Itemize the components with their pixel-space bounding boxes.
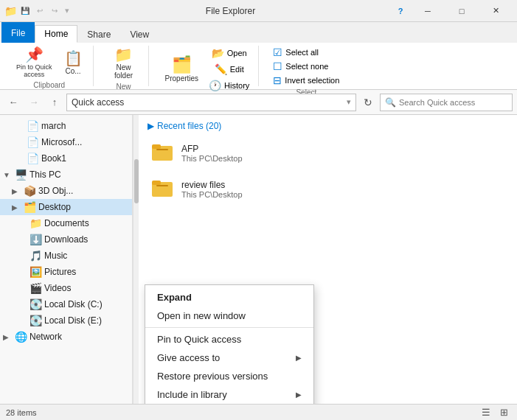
path-dropdown-icon[interactable]: ▾ [347,97,351,107]
maximize-button[interactable]: □ [445,0,479,22]
sidebar-item-this-pc[interactable]: ▼🖥️This PC [0,167,132,183]
context-menu: ExpandOpen in new windowPin to Quick acc… [145,284,314,404]
invert-selection-item[interactable]: ⊟ Invert selection [271,74,341,87]
sidebar-label-local-c: Local Disk (C:) [44,299,103,309]
folder-icon-network: 🌐 [15,331,27,343]
ctx-label-include-lib: Include in library [157,389,227,400]
sidebar-scrollbar[interactable] [133,115,139,404]
copy-button[interactable]: 📋 Co... [60,49,87,77]
title-bar-title: File Explorer [71,6,390,16]
tab-home[interactable]: Home [35,25,77,43]
up-button[interactable]: ↑ [46,94,63,111]
item-info-afp: AFPThis PC\Desktop [181,144,243,163]
sidebar-label-videos: Videos [44,283,71,293]
sidebar-item-videos[interactable]: 🎬Videos [0,280,132,296]
address-path[interactable]: Quick access ▾ [66,94,356,111]
close-button[interactable]: ✕ [479,0,513,22]
ctx-item-restore-prev[interactable]: Restore previous versions [145,367,313,385]
tab-share[interactable]: Share [77,25,120,43]
history-button[interactable]: 🕐 History [206,78,252,93]
folder-icon-documents: 📁 [30,217,41,229]
tab-view[interactable]: View [120,25,159,43]
sidebar-item-microsoft[interactable]: 📄Microsof... [0,134,132,150]
ctx-item-open-new-window[interactable]: Open in new window [145,307,313,325]
history-label: History [224,81,249,90]
svg-rect-5 [156,185,168,186]
svg-rect-1 [152,144,161,149]
sidebar-item-downloads[interactable]: ⬇️Downloads [0,231,132,248]
sidebar-item-pictures[interactable]: 🖼️Pictures [0,264,132,280]
sidebar-item-documents[interactable]: 📁Documents [0,215,132,231]
item-name-afp: AFP [181,144,243,154]
select-content: ☑ Select all ☐ Select none ⊟ Invert sele… [271,46,341,87]
title-bar-controls: ? ─ □ ✕ [390,0,513,22]
folder-icon-pictures: 🖼️ [30,266,41,278]
select-none-item[interactable]: ☐ Select none [271,60,341,73]
content-item-afp[interactable]: AFPThis PC\Desktop [148,136,508,170]
new-group-label: New [117,83,131,91]
back-button[interactable]: ← [4,94,22,111]
ctx-item-give-access[interactable]: Give access to▶ [145,349,313,367]
sidebar-label-local-e: Local Disk (E:) [44,315,102,326]
forward-button[interactable]: → [25,94,43,111]
status-bar: 28 items ☰ ⊞ [0,404,517,420]
folder-icon-march: 📄 [27,120,38,132]
sidebar-item-desktop[interactable]: ▶🗂️Desktop [0,199,132,215]
ribbon-group-clipboard: 📌 Pin to Quickaccess 📋 Co... Clipboard [6,46,94,86]
sidebar-wrapper: 📄march 📄Microsof... 📄Book1▼🖥️This PC▶📦3D… [0,115,139,404]
invert-label: Invert selection [285,76,339,85]
tab-file[interactable]: File [1,22,35,43]
address-bar: ← → ↑ Quick access ▾ ↻ 🔍 [0,90,517,115]
content-items-container: AFPThis PC\Desktopreview filesThis PC\De… [148,136,508,206]
arrow-icon-this-pc: ▼ [3,171,12,179]
sidebar-item-music[interactable]: 🎵Music [0,248,132,264]
title-bar: 📁 💾 ↩ ↪ ▾ File Explorer ? ─ □ ✕ [0,0,517,22]
minimize-button[interactable]: ─ [411,0,445,22]
content-item-review[interactable]: review filesThis PC\Desktop [148,172,508,206]
item-name-review: review files [181,180,243,190]
sidebar-label-march: march [41,121,66,131]
ctx-item-include-lib[interactable]: Include in library▶ [145,385,313,404]
recent-files-header[interactable]: ▶ Recent files (20) [148,121,508,131]
folder-icon-this-pc: 🖥️ [15,169,27,181]
sidebar-item-book1[interactable]: 📄Book1 [0,150,132,167]
sidebar-label-downloads: Downloads [44,234,88,245]
new-folder-button[interactable]: 📁 Newfolder [105,46,142,81]
history-icon: 🕐 [209,80,221,91]
open-button[interactable]: 📂 Open [206,46,252,60]
pin-icon: 📌 [25,47,44,62]
ribbon-group-select: ☑ Select all ☐ Select none ⊟ Invert sele… [265,46,347,86]
folder-icon-desktop: 🗂️ [24,201,35,213]
pin-quick-access-button[interactable]: 📌 Pin to Quickaccess [12,46,57,80]
invert-icon: ⊟ [273,74,282,86]
sidebar-item-local-c[interactable]: 💽Local Disk (C:) [0,296,132,312]
folder-icon-downloads: ⬇️ [30,234,41,245]
copy-label: Co... [65,67,80,75]
help-button[interactable]: ? [390,0,411,22]
sidebar-label-book1: Book1 [41,153,66,164]
folder-icon-local-e: 💽 [30,315,41,326]
recent-arrow-icon: ▶ [148,121,154,131]
properties-icon: 🗂️ [172,57,192,73]
refresh-button[interactable]: ↻ [359,94,377,111]
sidebar-item-network[interactable]: ▶🌐Network [0,329,132,345]
select-all-item[interactable]: ☑ Select all [271,46,341,59]
sidebar-label-desktop: Desktop [38,202,71,212]
ctx-item-pin-quick[interactable]: Pin to Quick access [145,330,313,349]
arrow-icon-desktop: ▶ [12,203,21,211]
folder-icon-3d-objects: 📦 [24,185,35,197]
search-input[interactable] [399,98,507,107]
ctx-item-expand[interactable]: Expand [145,288,313,307]
list-view-button[interactable]: ☰ [479,406,493,419]
title-bar-icons: 📁 💾 ↩ ↪ ▾ [4,5,71,17]
search-box[interactable]: 🔍 [380,94,513,111]
edit-button[interactable]: ✏️ Edit [206,62,252,77]
properties-button[interactable]: 🗂️ Properties [161,55,204,84]
sidebar-item-local-e[interactable]: 💽Local Disk (E:) [0,312,132,329]
grid-view-button[interactable]: ⊞ [496,406,511,419]
ribbon: File Home Share View 📌 Pin to Quickacces… [0,22,517,90]
folder-icon-videos: 🎬 [30,282,41,294]
folder-icon-microsoft: 📄 [27,136,38,148]
sidebar-item-3d-objects[interactable]: ▶📦3D Obj... [0,183,132,199]
sidebar-item-march[interactable]: 📄march [0,118,132,134]
